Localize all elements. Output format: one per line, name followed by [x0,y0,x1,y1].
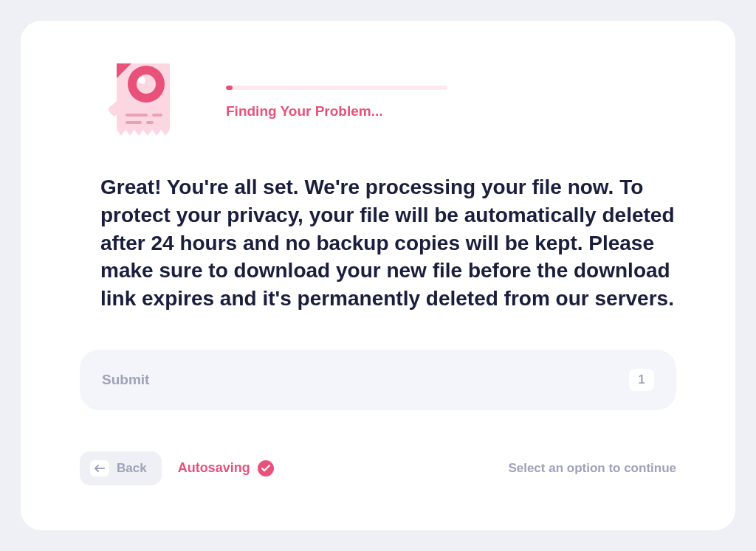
back-label: Back [117,461,147,476]
back-button[interactable]: Back [80,451,162,485]
svg-rect-3 [126,121,142,124]
svg-rect-2 [152,114,162,117]
receipt-search-icon [100,56,182,144]
submit-option[interactable]: Submit 1 [80,350,676,410]
svg-point-7 [138,77,145,84]
progress-section: Finding Your Problem... [226,56,676,119]
progress-label: Finding Your Problem... [226,103,676,119]
svg-rect-4 [146,121,154,124]
submit-label: Submit [102,372,149,388]
checkmark-icon [258,460,274,477]
progress-fill [226,86,233,90]
submit-count-badge: 1 [629,369,654,391]
autosaving-label: Autosaving [178,460,250,476]
main-message: Great! You're all set. We're processing … [100,173,676,313]
svg-rect-1 [126,114,148,117]
progress-bar [226,86,447,90]
continue-hint: Select an option to continue [508,461,676,476]
arrow-left-icon [90,460,109,477]
header-row: Finding Your Problem... [80,56,676,144]
autosaving-status: Autosaving [178,460,274,477]
footer-row: Back Autosaving Select an option to cont… [80,451,676,485]
svg-point-6 [137,74,156,94]
wizard-card: Finding Your Problem... Great! You're al… [21,21,735,530]
